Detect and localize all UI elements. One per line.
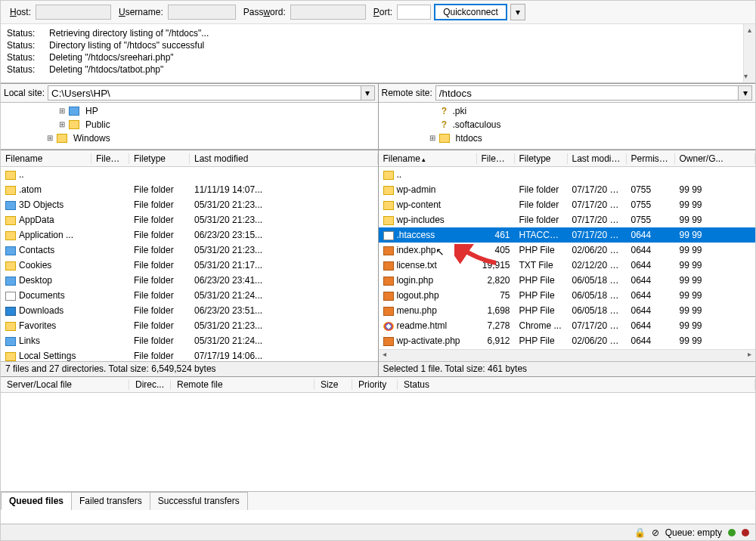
folder-icon <box>5 231 16 240</box>
local-tree[interactable]: ⊞HP⊞Public⊞Windows <box>1 103 378 150</box>
tree-node[interactable]: ⊞Public <box>5 118 373 131</box>
remote-tree[interactable]: ?.pki?.softaculous⊞htdocs <box>379 103 756 150</box>
host-label: Host: <box>10 7 31 17</box>
qcol-status[interactable]: Status <box>398 379 755 390</box>
tree-node[interactable]: ?.pki <box>383 104 751 118</box>
remote-path-input[interactable] <box>435 85 739 100</box>
folder-icon <box>439 134 450 143</box>
list-item[interactable]: .htaccess461HTACCE...07/17/20 2...064499… <box>379 227 756 243</box>
expander-icon[interactable]: ⊞ <box>46 131 54 145</box>
tab-queued[interactable]: Queued files <box>1 492 72 510</box>
list-item[interactable]: AppDataFile folder05/31/20 21:23... <box>1 212 378 227</box>
list-item[interactable]: wp-contentFile folder07/17/20 2...075599… <box>379 197 756 212</box>
password-input[interactable] <box>290 5 366 20</box>
list-item[interactable]: .. <box>1 167 378 182</box>
queue-headers[interactable]: Server/Local file Direc... Remote file S… <box>1 376 755 393</box>
quickconnect-dropdown[interactable]: ▾ <box>510 4 525 20</box>
col-filesize[interactable]: Filesize <box>91 153 129 164</box>
col-owner[interactable]: Owner/G... <box>675 153 756 164</box>
list-item[interactable]: logout.php75PHP File06/05/18 2...064499 … <box>379 288 756 303</box>
scroll-left-icon[interactable]: ◂ <box>379 350 391 362</box>
local-path-input[interactable] <box>48 85 361 100</box>
folder-blue-icon <box>5 246 16 255</box>
qcol-priority[interactable]: Priority <box>352 379 398 390</box>
list-item[interactable]: wp-adminFile folder07/17/20 2...075599 9… <box>379 182 756 197</box>
list-item[interactable]: menu.php1,698PHP File06/05/18 2...064499… <box>379 303 756 318</box>
connection-active-icon <box>728 529 736 536</box>
connection-idle-icon <box>742 529 749 536</box>
col-filetype[interactable]: Filetype <box>129 153 190 164</box>
list-item[interactable]: Application ...File folder06/23/20 23:15… <box>1 227 378 243</box>
txt-icon <box>383 261 394 270</box>
local-status: 7 files and 27 directories. Total size: … <box>1 361 378 376</box>
host-input[interactable] <box>36 5 111 20</box>
qcol-direction[interactable]: Direc... <box>129 379 171 390</box>
list-item[interactable]: Local SettingsFile folder07/17/19 14:06.… <box>1 348 378 361</box>
list-item[interactable]: 3D ObjectsFile folder05/31/20 21:23... <box>1 197 378 212</box>
qcol-size[interactable]: Size <box>314 379 352 390</box>
status-scrollbar[interactable]: ▴ ▾ <box>743 24 755 82</box>
folder-icon <box>5 186 16 195</box>
list-item[interactable]: DownloadsFile folder06/23/20 23:51... <box>1 303 378 318</box>
list-item[interactable]: wp-includesFile folder07/17/20 2...07559… <box>379 212 756 227</box>
tree-node[interactable]: ⊞Windows <box>5 131 373 145</box>
scroll-right-icon[interactable]: ▸ <box>743 350 755 362</box>
remote-headers[interactable]: Filename▴ Filesize Filetype Last modifi.… <box>379 150 756 167</box>
question-folder-icon: ? <box>439 119 450 130</box>
qcol-remote[interactable]: Remote file <box>171 379 314 390</box>
scroll-down-icon[interactable]: ▾ <box>744 70 748 82</box>
status-line: Directory listing of "/htdocs" successfu… <box>49 39 204 51</box>
php-icon <box>383 307 394 316</box>
col-modified[interactable]: Last modified <box>190 153 378 164</box>
list-item[interactable]: .. <box>379 167 756 182</box>
list-item[interactable]: ContactsFile folder05/31/20 21:23... <box>1 243 378 258</box>
tab-success[interactable]: Successful transfers <box>150 492 248 510</box>
remote-hscroll[interactable]: ◂ ▸ <box>379 349 756 361</box>
list-item[interactable]: wp-activate.php6,912PHP File02/06/20 1..… <box>379 333 756 348</box>
chevron-down-icon: ▾ <box>516 7 520 17</box>
local-headers[interactable]: Filename Filesize Filetype Last modified <box>1 150 378 167</box>
expander-icon[interactable]: ⊞ <box>429 131 436 145</box>
expander-icon[interactable]: ⊞ <box>58 118 66 131</box>
transfer-tabs: Queued files Failed transfers Successful… <box>1 491 755 510</box>
list-item[interactable]: index.php405PHP File02/06/20 1...064499 … <box>379 243 756 258</box>
col-filetype[interactable]: Filetype <box>515 153 568 164</box>
list-item[interactable]: LinksFile folder05/31/20 21:24... <box>1 333 378 348</box>
list-item[interactable]: license.txt19,915TXT File02/12/20 2...06… <box>379 258 756 273</box>
remote-path-dropdown[interactable]: ▾ <box>739 85 752 100</box>
list-item[interactable]: DocumentsFile folder05/31/20 21:24... <box>1 288 378 303</box>
tree-label: .softaculous <box>453 118 501 131</box>
folder-icon <box>383 216 394 225</box>
remote-site-label: Remote site: <box>382 88 432 98</box>
tree-node[interactable]: ?.softaculous <box>383 118 751 131</box>
username-input[interactable] <box>168 5 236 20</box>
list-item[interactable]: DesktopFile folder06/23/20 23:41... <box>1 273 378 288</box>
col-modified[interactable]: Last modifi... <box>568 153 627 164</box>
expander-icon[interactable]: ⊞ <box>58 104 66 118</box>
quickconnect-button[interactable]: Quickconnect <box>434 4 507 20</box>
folder-icon <box>383 201 394 210</box>
file-icon <box>383 231 394 240</box>
qcol-file[interactable]: Server/Local file <box>1 379 129 390</box>
list-item[interactable]: CookiesFile folder05/31/20 21:17... <box>1 258 378 273</box>
tree-label: Windows <box>73 131 110 145</box>
local-file-list: Filename Filesize Filetype Last modified… <box>1 150 379 376</box>
port-input[interactable] <box>397 5 431 20</box>
list-item[interactable]: readme.html7,278Chrome ...07/17/20 2...0… <box>379 318 756 333</box>
col-permissions[interactable]: Permissi... <box>627 153 675 164</box>
tree-node[interactable]: ⊞HP <box>5 104 373 118</box>
col-filesize[interactable]: Filesize <box>477 153 515 164</box>
col-filename[interactable]: Filename <box>1 153 91 164</box>
queue-status-text: Queue: empty <box>665 527 722 538</box>
tab-failed[interactable]: Failed transfers <box>71 492 150 510</box>
tree-node[interactable]: ⊞htdocs <box>383 131 751 145</box>
list-item[interactable]: .atomFile folder11/11/19 14:07... <box>1 182 378 197</box>
file-icon <box>5 292 16 301</box>
list-item[interactable]: login.php2,820PHP File06/05/18 2...06449… <box>379 273 756 288</box>
folder-icon <box>69 120 79 129</box>
list-item[interactable]: FavoritesFile folder05/31/20 21:23... <box>1 318 378 333</box>
queue-body[interactable] <box>1 393 755 491</box>
scroll-up-icon[interactable]: ▴ <box>744 24 755 36</box>
col-filename[interactable]: Filename▴ <box>379 153 477 164</box>
local-path-dropdown[interactable]: ▾ <box>361 85 375 100</box>
